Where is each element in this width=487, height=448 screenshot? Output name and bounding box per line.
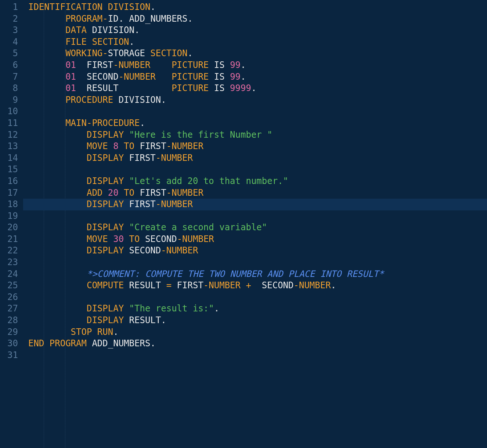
token-cmt: *>COMMENT: COMPUTE THE TWO NUMBER AND PL… [87, 269, 384, 279]
code-line[interactable]: PROCEDURE DIVISION. [28, 94, 487, 106]
token-id [44, 338, 49, 348]
code-line[interactable]: DISPLAY "Create a second variable" [28, 222, 487, 234]
token-id: IS [209, 60, 230, 70]
token-kw: NUMBER [161, 153, 193, 163]
code-line[interactable]: COMPUTE RESULT = FIRST-NUMBER + SECOND-N… [28, 280, 487, 292]
token-id [108, 141, 113, 151]
code-line[interactable]: ADD 20 TO FIRST-NUMBER [28, 187, 487, 199]
token-id [28, 72, 65, 82]
code-line[interactable]: DISPLAY "The result is:". [28, 303, 487, 315]
token-id [28, 315, 87, 325]
token-kw: DIVISION [108, 2, 151, 12]
code-line[interactable]: DISPLAY FIRST-NUMBER [23, 199, 487, 210]
token-id [28, 95, 65, 105]
token-punct: . [150, 2, 155, 12]
code-editor[interactable]: 1234567891011121314151617181920212223242… [0, 0, 487, 448]
token-id: SECOND [76, 72, 119, 82]
token-kw: DISPLAY [87, 176, 124, 186]
token-op: - [203, 280, 209, 290]
line-number: 4 [0, 36, 18, 48]
token-id [150, 60, 172, 70]
token-kw: NUMBER [166, 245, 198, 256]
token-num: 30 [113, 234, 124, 244]
code-line[interactable]: DATA DIVISION. [28, 25, 487, 36]
token-id: IS [209, 83, 230, 93]
token-kw: DISPLAY [87, 130, 124, 140]
token-id [28, 234, 87, 244]
code-line[interactable]: DISPLAY FIRST-NUMBER [28, 152, 487, 164]
line-number: 25 [0, 280, 18, 292]
code-line[interactable]: MAIN-PROCEDURE. [28, 118, 487, 129]
token-id [28, 222, 87, 232]
code-line[interactable]: STOP RUN. [28, 326, 487, 338]
code-line[interactable]: DISPLAY "Let's add 20 to that number." [28, 176, 487, 187]
token-id [108, 234, 113, 244]
line-number: 2 [0, 13, 18, 25]
line-number: 19 [0, 210, 18, 222]
token-kw: STOP [71, 327, 92, 337]
token-op: - [119, 72, 124, 82]
token-kw: MOVE [87, 141, 108, 151]
token-id [119, 141, 124, 151]
token-kw: SECTION [92, 37, 129, 47]
token-id [124, 303, 129, 314]
code-line[interactable]: 01 FIRST-NUMBER PICTURE IS 99. [28, 59, 487, 71]
code-line[interactable]: PROGRAM-ID. ADD_NUMBERS. [28, 13, 487, 25]
code-area[interactable]: IDENTIFICATION DIVISION. PROGRAM-ID. ADD… [23, 0, 487, 448]
token-kw: NUMBER [209, 280, 241, 290]
code-line[interactable]: DISPLAY SECOND-NUMBER [28, 245, 487, 257]
token-op: - [156, 153, 161, 163]
token-op: - [166, 141, 172, 151]
line-number: 14 [0, 152, 18, 164]
token-num: 9999 [230, 83, 251, 93]
token-op: - [113, 60, 118, 70]
line-number: 31 [0, 350, 18, 361]
code-line[interactable]: IDENTIFICATION DIVISION. [28, 1, 487, 13]
line-number: 8 [0, 83, 18, 94]
token-kw: SECTION [150, 48, 187, 58]
line-number: 16 [0, 176, 18, 187]
token-id [28, 327, 71, 337]
line-number: 22 [0, 245, 18, 257]
token-str: "The result is:" [129, 303, 214, 314]
token-kw: DISPLAY [87, 222, 124, 232]
token-op: - [102, 14, 108, 24]
token-op: - [161, 245, 166, 256]
token-punct: . [150, 338, 155, 348]
code-line[interactable] [28, 350, 487, 361]
token-kw: DISPLAY [87, 303, 124, 314]
code-line[interactable]: DISPLAY RESULT. [28, 315, 487, 326]
code-line[interactable]: MOVE 8 TO FIRST-NUMBER [28, 141, 487, 152]
line-number: 23 [0, 257, 18, 268]
token-id: FIRST [134, 141, 166, 151]
code-line[interactable]: DISPLAY "Here is the first Number " [28, 129, 487, 141]
token-punct: . [140, 118, 145, 128]
code-line[interactable] [28, 106, 487, 118]
token-punct: . [119, 14, 129, 24]
token-kw: DISPLAY [87, 199, 124, 209]
token-id [124, 130, 129, 140]
code-line[interactable]: 01 SECOND-NUMBER PICTURE IS 99. [28, 71, 487, 83]
code-line[interactable]: *>COMMENT: COMPUTE THE TWO NUMBER AND PL… [28, 268, 487, 280]
code-line[interactable] [28, 164, 487, 176]
token-kw: DATA [65, 25, 87, 35]
code-line[interactable] [28, 257, 487, 268]
line-number: 3 [0, 25, 18, 36]
code-line[interactable]: END PROGRAM ADD_NUMBERS. [28, 338, 487, 350]
token-num: 01 [65, 83, 76, 93]
line-number: 1 [0, 1, 18, 13]
code-line[interactable]: MOVE 30 TO SECOND-NUMBER [28, 234, 487, 245]
token-id [28, 176, 87, 186]
code-line[interactable] [28, 292, 487, 303]
code-line[interactable]: FILE SECTION. [28, 36, 487, 48]
code-line[interactable] [28, 210, 487, 222]
token-id [124, 176, 129, 186]
token-id: RESULT [124, 315, 161, 325]
token-kw: PROCEDURE [92, 118, 140, 128]
line-number: 5 [0, 48, 18, 59]
token-id [28, 280, 87, 290]
code-line[interactable]: 01 RESULT PICTURE IS 9999. [28, 83, 487, 94]
line-number: 21 [0, 234, 18, 245]
token-id: DIVISION [113, 95, 161, 105]
code-line[interactable]: WORKING-STORAGE SECTION. [28, 48, 487, 59]
